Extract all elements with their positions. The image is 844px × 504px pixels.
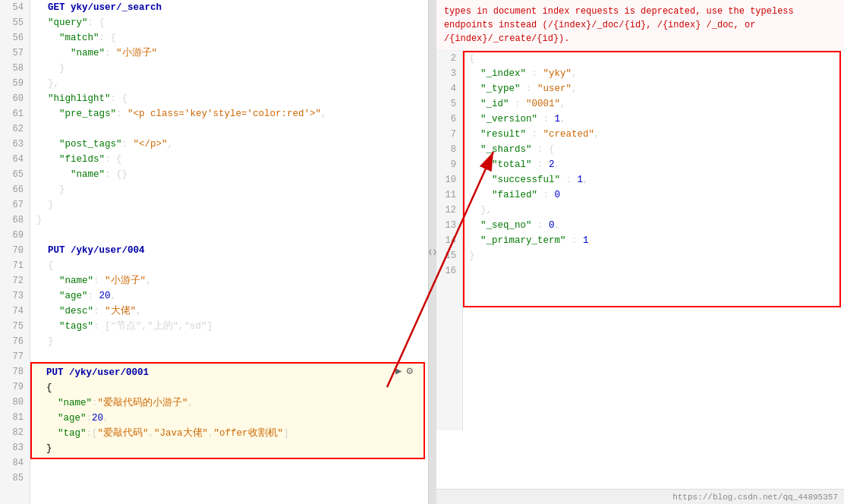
response-code-line: "result" : "created", (469, 127, 844, 142)
code-line: } (36, 334, 428, 349)
code-line: "name": "小游子" (36, 46, 428, 61)
code-line: GET yky/user/_search (36, 0, 428, 15)
code-line: "highlight": { (36, 91, 428, 106)
highlight-request-block: PUT /yky/user/0001 { "name":"爱敲代码的小游子", … (30, 362, 425, 459)
code-line: "pre_tags": "<p class='key'style='color:… (36, 106, 428, 121)
line-number: 81 (0, 410, 30, 425)
response-line-number: 2 (436, 51, 462, 66)
response-code-content: { "_index" : "yky", "_type" : "user", "_… (463, 51, 844, 430)
line-number: 83 (0, 440, 30, 455)
line-number: 60 (0, 91, 30, 106)
response-line-number: 8 (436, 142, 462, 157)
response-code-line: "_shards" : { (469, 142, 844, 157)
line-number: 77 (0, 349, 30, 364)
run-icon[interactable]: ▶ (395, 364, 402, 377)
line-number: 71 (0, 258, 30, 273)
response-line-number: 16 (436, 263, 462, 279)
toolbar-icons: ▶ ⚙ (395, 364, 413, 377)
line-number: 55 (0, 15, 30, 30)
response-line-number: 3 (436, 66, 462, 81)
code-line (36, 121, 428, 137)
code-line: } (36, 182, 428, 197)
response-line-number: 13 (436, 218, 462, 233)
line-number: 85 (0, 471, 30, 486)
line-number: 56 (0, 30, 30, 46)
code-line: "tags": ["节点","上的","sd"] (36, 319, 428, 334)
code-line: }, (36, 76, 428, 91)
code-line: "fields": { (36, 152, 428, 167)
code-line (36, 228, 428, 243)
code-line: "desc": "大佬", (36, 304, 428, 319)
response-line-number: 4 (436, 81, 462, 96)
line-number: 57 (0, 46, 30, 61)
response-code-line: "_seq_no" : 0, (469, 218, 844, 233)
response-code-line: } (469, 248, 844, 263)
line-number: 76 (0, 334, 30, 349)
code-line: } (36, 213, 428, 228)
response-code-line: }, (469, 203, 844, 218)
panel-divider[interactable]: ❮❯ (429, 0, 436, 504)
response-code-line: "failed" : 0 (469, 187, 844, 203)
line-number: 65 (0, 167, 30, 182)
code-line (36, 471, 428, 486)
response-line-number: 9 (436, 157, 462, 172)
response-code-line: "_type" : "user", (469, 81, 844, 96)
code-line: } (36, 61, 428, 76)
response-code-line: "successful" : 1, (469, 172, 844, 187)
line-number: 84 (0, 455, 30, 471)
line-number: 82 (0, 425, 30, 440)
line-number: 79 (0, 380, 30, 395)
line-number: 78 (0, 364, 30, 380)
line-number: 75 (0, 319, 30, 334)
code-line: "age": 20, (36, 288, 428, 304)
code-line: { (36, 258, 428, 273)
code-line: "match": { (36, 30, 428, 46)
response-line-number: 7 (436, 127, 462, 142)
line-numbers-left: 5455565758596061626364656667686970717273… (0, 0, 30, 504)
line-number: 67 (0, 197, 30, 213)
warning-message: types in document index requests is depr… (436, 0, 844, 51)
line-number: 72 (0, 273, 30, 288)
line-number: 59 (0, 76, 30, 91)
settings-icon[interactable]: ⚙ (406, 364, 412, 377)
line-number: 73 (0, 288, 30, 304)
line-number: 58 (0, 61, 30, 76)
response-line-number: 6 (436, 112, 462, 127)
response-line-numbers: 2345678910111213141516 (436, 51, 463, 430)
line-number: 70 (0, 243, 30, 258)
response-code-line: "_id" : "0001", (469, 96, 844, 112)
response-line-number: 5 (436, 96, 462, 112)
line-number: 63 (0, 137, 30, 152)
footer-url: https://blog.csdn.net/qq_44895357 (436, 489, 844, 504)
response-line-number: 14 (436, 233, 462, 248)
response-code-line (469, 263, 844, 279)
code-line: "name": "小游子", (36, 273, 428, 288)
code-line: } (36, 197, 428, 213)
response-line-number: 10 (436, 172, 462, 187)
response-code-line: "_index" : "yky", (469, 66, 844, 81)
line-number: 54 (0, 0, 30, 15)
code-line: "query": { (36, 15, 428, 30)
line-number: 74 (0, 304, 30, 319)
response-line-number: 15 (436, 248, 462, 263)
line-number: 61 (0, 106, 30, 121)
response-line-number: 11 (436, 187, 462, 203)
line-number: 80 (0, 395, 30, 410)
response-code-line: "_version" : 1, (469, 112, 844, 127)
code-line: "name": {} (36, 167, 428, 182)
response-line-number: 12 (436, 203, 462, 218)
line-number: 62 (0, 121, 30, 137)
code-line: PUT /yky/user/004 (36, 243, 428, 258)
line-number: 68 (0, 213, 30, 228)
line-number: 64 (0, 152, 30, 167)
right-panel: types in document index requests is depr… (436, 0, 844, 504)
response-code-line: { (469, 51, 844, 66)
left-panel: 5455565758596061626364656667686970717273… (0, 0, 429, 504)
response-code-line: "total" : 2, (469, 157, 844, 172)
code-line: "post_tags": "</p>", (36, 137, 428, 152)
response-code-line: "_primary_term" : 1 (469, 233, 844, 248)
line-number: 69 (0, 228, 30, 243)
line-number: 66 (0, 182, 30, 197)
